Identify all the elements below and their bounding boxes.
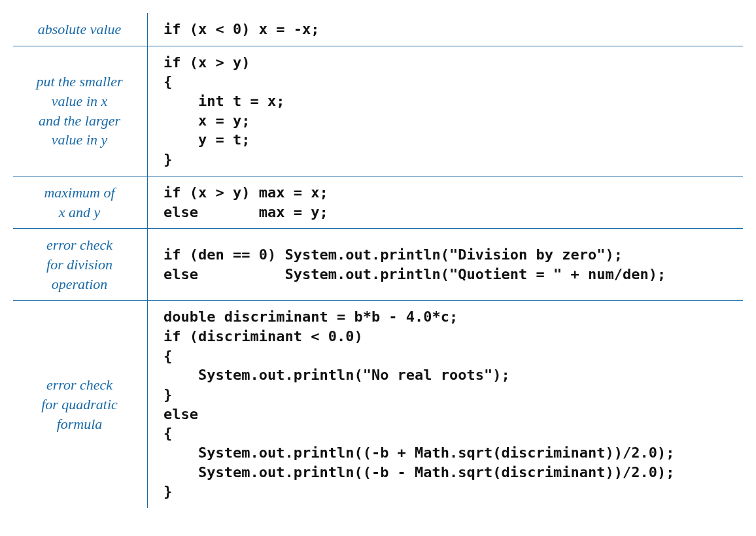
row-code-cell: double discriminant = b*b - 4.0*c; if (d… [148,301,744,508]
row-label: error check for quadratic formula [13,301,148,508]
code-block: if (x > y) { int t = x; x = y; y = t; } [163,53,734,169]
examples-table-inner: absolute value if (x < 0) x = -x; put th… [13,13,743,508]
row-label: absolute value [13,13,148,46]
table-row: error check for division operation if (d… [13,229,743,301]
row-code-cell: if (x < 0) x = -x; [148,13,744,46]
row-code-cell: if (x > y) { int t = x; x = y; y = t; } [148,46,744,176]
row-code-cell: if (den == 0) System.out.println("Divisi… [148,229,744,301]
row-label: maximum of x and y [13,176,148,228]
label-text: absolute value [38,20,122,39]
label-text: put the smaller value in x and the large… [37,72,123,150]
table-row: maximum of x and y if (x > y) max = x; e… [13,176,743,228]
row-label: error check for division operation [13,229,148,301]
table-row: absolute value if (x < 0) x = -x; [13,13,743,46]
examples-table: absolute value if (x < 0) x = -x; put th… [13,13,743,508]
row-code-cell: if (x > y) max = x; else max = y; [148,176,744,228]
row-label: put the smaller value in x and the large… [13,46,148,176]
table-row: error check for quadratic formula double… [13,301,743,508]
code-block: if (x < 0) x = -x; [163,20,734,39]
code-block: if (den == 0) System.out.println("Divisi… [163,245,734,284]
label-text: maximum of x and y [44,183,114,222]
table-row: put the smaller value in x and the large… [13,46,743,176]
label-text: error check for quadratic formula [41,375,118,433]
code-block: if (x > y) max = x; else max = y; [163,183,734,222]
label-text: error check for division operation [46,235,112,293]
code-block: double discriminant = b*b - 4.0*c; if (d… [163,307,734,501]
